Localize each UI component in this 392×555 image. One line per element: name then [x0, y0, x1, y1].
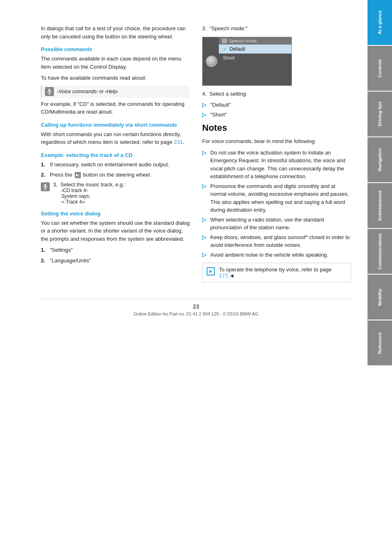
- voice-command-block: ›Voice commands‹ or ›Help‹: [41, 85, 190, 98]
- settings-icon: [222, 38, 227, 43]
- intro-paragraph: In dialogs that call for a text of your …: [41, 25, 190, 40]
- speech-mode-default[interactable]: ✓ Default: [219, 45, 292, 54]
- voice-dialog-heading: Setting the voice dialog: [41, 210, 190, 217]
- microphone-icon-step3: [41, 182, 50, 191]
- step3-commands: ›CD track 4‹ System says: ›› Track 4‹‹: [61, 188, 126, 205]
- notes-bullets: ▷ Do not use the voice activation system…: [202, 149, 351, 259]
- step-3-label: 3. Select the music track, e.g.:: [53, 181, 126, 188]
- sidebar-tab-reference[interactable]: Reference: [368, 320, 392, 365]
- possible-commands-para3: For example, if "CD" is selected, the co…: [41, 100, 190, 116]
- svg-marker-6: [209, 270, 212, 273]
- sidebar-tab-communications[interactable]: Communications: [368, 229, 392, 274]
- example-cd-steps: 1. If necessary, switch on entertainment…: [41, 161, 190, 179]
- svg-rect-3: [45, 184, 46, 187]
- right-column: 3. "Speech mode:" Speech mode ✓ Default: [202, 25, 351, 282]
- possible-commands-heading: Possible commands: [41, 46, 190, 52]
- voice-dialog-para: You can set whether the system should us…: [41, 219, 190, 243]
- notes-intro: For voice commands, bear in mind the fol…: [202, 137, 351, 145]
- speech-mode-short[interactable]: Short: [219, 54, 292, 63]
- note-4: ▷ Keep doors, windows, and glass sunroof…: [202, 233, 351, 249]
- sidebar-tab-mobility[interactable]: Mobility: [368, 275, 392, 320]
- sidebar-tab-at-a-glance[interactable]: At a glance: [368, 0, 392, 45]
- microphone-icon: [45, 87, 54, 96]
- page-ref-231[interactable]: 231: [174, 139, 183, 145]
- sidebar-tab-driving-tips[interactable]: Driving tips: [368, 92, 392, 137]
- step-3-container: 3. Select the music track, e.g.: ›CD tra…: [41, 181, 190, 205]
- info-box-arrow-icon: [207, 267, 215, 275]
- voice-dialog-steps: 1. "Settings" 2. "Language/Units": [41, 246, 190, 264]
- sidebar-tab-entertainment[interactable]: Entertainment: [368, 183, 392, 228]
- control-knob: [206, 56, 217, 67]
- main-content: In dialogs that call for a text of your …: [0, 0, 368, 555]
- sidebar-tab-controls[interactable]: Controls: [368, 46, 392, 91]
- short-commands-para: With short commands you can run certain …: [41, 130, 190, 146]
- notes-heading: Notes: [202, 123, 351, 133]
- note-3: ▷ When selecting a radio station, use th…: [202, 216, 351, 232]
- possible-commands-para2: To have the available commands read alou…: [41, 74, 190, 82]
- voice-step-1: 1. "Settings": [41, 246, 190, 254]
- step3-icon: [41, 182, 50, 191]
- short-commands-heading: Calling up functions immediately via sho…: [41, 122, 190, 128]
- voice-command-text: ›Voice commands‹ or ›Help‹: [57, 89, 118, 94]
- telephone-info-box: To operate the telephone by voice, refer…: [202, 263, 351, 282]
- left-column: In dialogs that call for a text of your …: [41, 25, 190, 282]
- step3-speech-mode: 3. "Speech mode:" Speech mode ✓ Default: [202, 25, 351, 86]
- voice-step-2: 2. "Language/Units": [41, 257, 190, 265]
- steering-wheel-button-icon: ▶|: [75, 172, 81, 179]
- note-5: ▷ Avoid ambient noise in the vehicle whi…: [202, 251, 351, 259]
- page-number: 23: [41, 303, 351, 310]
- step-2: 2. Press the ▶| button on the steering w…: [41, 171, 190, 179]
- sidebar-tab-navigation[interactable]: Navigation: [368, 137, 392, 182]
- page-footer: 23 Online Edition for Part no. 01 41 2 6…: [41, 299, 351, 316]
- step4-label: 4. Select a setting:: [202, 90, 351, 98]
- example-cd-heading: Example: selecting the track of a CD: [41, 152, 190, 158]
- speech-mode-screenshot: Speech mode ✓ Default Short: [202, 37, 292, 86]
- speech-mode-header: Speech mode: [219, 37, 292, 45]
- page-ref-177[interactable]: 177: [219, 273, 228, 279]
- possible-commands-para1: The commands available in each case depe…: [41, 55, 190, 71]
- notes-section: Notes For voice commands, bear in mind t…: [202, 123, 351, 282]
- footer-text: Online Edition for Part no. 01 41 2 604 …: [41, 311, 351, 316]
- step-1: 1. If necessary, switch on entertainment…: [41, 161, 190, 169]
- note-2: ▷ Pronounce the commands and digits smoo…: [202, 182, 351, 214]
- note-1: ▷ Do not use the voice activation system…: [202, 149, 351, 181]
- sidebar: At a glance Controls Driving tips Naviga…: [368, 0, 392, 555]
- step4-options: ▷ "Default" ▷ "Short": [202, 101, 351, 119]
- svg-rect-0: [49, 89, 50, 92]
